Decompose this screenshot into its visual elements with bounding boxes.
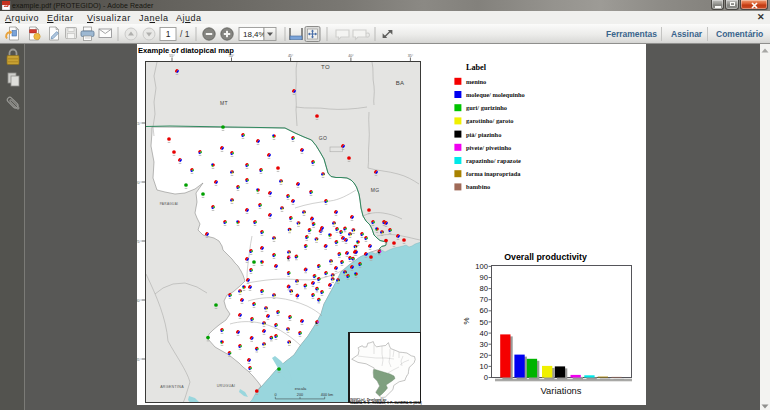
svg-text:1: 1 bbox=[166, 29, 171, 39]
svg-text:40°: 40° bbox=[348, 54, 354, 58]
svg-text:moleque/ molequinho: moleque/ molequinho bbox=[466, 91, 525, 98]
svg-text:18,4%: 18,4% bbox=[243, 30, 266, 39]
svg-text:100: 100 bbox=[475, 262, 488, 271]
svg-text:20°: 20° bbox=[137, 181, 142, 185]
svg-text:South American Datum 1969: South American Datum 1969 bbox=[276, 401, 328, 405]
svg-text:garotinho/ garoto: garotinho/ garoto bbox=[466, 117, 514, 124]
svg-text:35°: 35° bbox=[137, 358, 142, 362]
svg-text:40: 40 bbox=[480, 329, 488, 338]
svg-text:400 km: 400 km bbox=[321, 393, 333, 397]
svg-text:50: 50 bbox=[480, 318, 488, 327]
svg-text:TO: TO bbox=[321, 64, 330, 70]
svg-text:PARAGUAI: PARAGUAI bbox=[160, 202, 179, 206]
svg-text:30: 30 bbox=[480, 340, 488, 349]
svg-text:BA: BA bbox=[396, 80, 405, 86]
svg-text:SEABRA, R. D.; ROMANO, V. P.;: SEABRA, R. D.; ROMANO, V. P.; OLIVEIRA, … bbox=[350, 401, 422, 405]
svg-text:55°: 55° bbox=[169, 54, 175, 58]
svg-text:%: % bbox=[462, 317, 471, 324]
svg-text:Label: Label bbox=[466, 63, 487, 72]
svg-text:60: 60 bbox=[480, 306, 488, 315]
svg-text:rapazinho/ rapazote: rapazinho/ rapazote bbox=[466, 157, 521, 164]
svg-text:15°: 15° bbox=[137, 122, 142, 126]
svg-text:escala: escala bbox=[295, 386, 307, 391]
svg-text:piá/ piazinho: piá/ piazinho bbox=[466, 131, 501, 138]
svg-text:30°: 30° bbox=[137, 299, 142, 303]
svg-text:50°: 50° bbox=[229, 54, 235, 58]
svg-text:45°: 45° bbox=[288, 54, 294, 58]
svg-text:guri/ gurizinho: guri/ gurizinho bbox=[466, 104, 507, 111]
svg-text:MT: MT bbox=[220, 100, 228, 106]
svg-text:70: 70 bbox=[480, 295, 488, 304]
svg-text:menino: menino bbox=[466, 78, 486, 85]
svg-text:URUGUAI: URUGUAI bbox=[217, 384, 236, 388]
svg-text:10: 10 bbox=[480, 362, 488, 371]
svg-text:0: 0 bbox=[484, 373, 488, 382]
svg-text:80: 80 bbox=[480, 284, 488, 293]
svg-text:Example of diatopical map: Example of diatopical map bbox=[138, 46, 234, 55]
svg-text:0: 0 bbox=[274, 393, 276, 397]
svg-text:35°: 35° bbox=[408, 54, 414, 58]
svg-text:Overall productivity: Overall productivity bbox=[504, 252, 587, 262]
svg-text:Variations: Variations bbox=[541, 385, 582, 396]
svg-text:forma inapropriada: forma inapropriada bbox=[466, 170, 521, 177]
svg-text:90: 90 bbox=[480, 273, 488, 282]
svg-text:GO: GO bbox=[319, 135, 327, 141]
svg-text:/ 1: / 1 bbox=[180, 29, 190, 39]
svg-text:25°: 25° bbox=[137, 240, 142, 244]
svg-text:MG: MG bbox=[371, 187, 380, 193]
svg-text:bambino: bambino bbox=[466, 183, 490, 190]
svg-text:20: 20 bbox=[480, 351, 488, 360]
svg-text:200: 200 bbox=[297, 393, 303, 397]
svg-text:ARGENTINA: ARGENTINA bbox=[160, 385, 184, 389]
svg-text:pivete/ pivetinho: pivete/ pivetinho bbox=[466, 144, 511, 151]
